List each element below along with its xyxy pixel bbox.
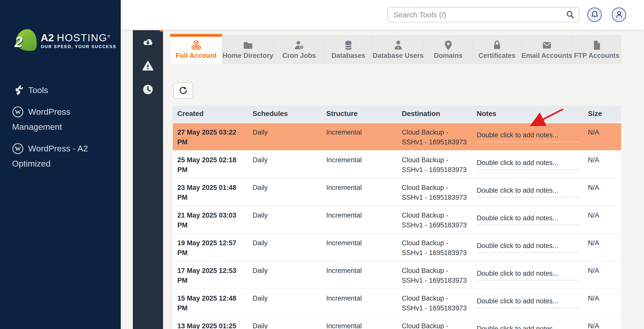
notes-placeholder[interactable]: Double click to add notes... (477, 186, 580, 197)
tab-label: Full Account (176, 52, 217, 60)
cell-destination: Cloud Backup - SSHv1 - 1695183973 (402, 179, 477, 205)
tab-label: Database Users (373, 52, 424, 60)
cell-structure: Incremental (326, 179, 402, 205)
notes-placeholder[interactable]: Double click to add notes... (477, 296, 580, 308)
tab-label: Databases (331, 52, 365, 60)
warning-icon[interactable] (142, 60, 154, 72)
notes-placeholder[interactable]: Double click to add notes... (477, 213, 580, 225)
icon-rail (133, 30, 163, 329)
column-header-size: Size (588, 110, 621, 118)
sidebar-item-wordpress-management[interactable]: W WordPress Management (12, 104, 114, 134)
backups-table: Created Schedules Structure Destination … (173, 106, 621, 329)
cell-destination: Cloud Backup - SSHv1 - 1695183973 (402, 206, 477, 233)
tab-certificates[interactable]: Certificates (473, 35, 521, 64)
column-header-structure: Structure (326, 110, 402, 118)
wordpress-icon: W (12, 143, 24, 154)
lock-icon (492, 40, 503, 51)
cell-notes: Double click to add notes... (477, 262, 588, 289)
tab-cron-jobs[interactable]: Cron Jobs (274, 35, 325, 64)
tab-databases[interactable]: Databases (325, 35, 373, 64)
cell-notes: Double click to add notes... (477, 151, 588, 178)
notes-placeholder[interactable]: Double click to add notes... (477, 130, 580, 142)
brand-tagline: OUR SPEED, YOUR SUCCESS (41, 44, 116, 49)
table-row[interactable]: 23 May 2025 01:48 PMDailyIncrementalClou… (173, 179, 621, 205)
cell-created: 23 May 2025 01:48 PM (173, 179, 253, 205)
notes-placeholder[interactable]: Double click to add notes... (477, 324, 580, 329)
table-header-row: Created Schedules Structure Destination … (173, 106, 621, 121)
tab-domains[interactable]: Domains (424, 35, 473, 64)
database-icon (343, 40, 354, 51)
cloud-download-icon[interactable] (142, 36, 154, 48)
table-row[interactable]: 19 May 2025 12:57 PMDailyIncrementalClou… (173, 234, 621, 261)
envelope-icon (541, 40, 552, 51)
notifications-button[interactable] (587, 8, 602, 22)
cell-notes: Double click to add notes... (477, 289, 588, 316)
cell-notes: Double click to add notes... (477, 123, 588, 150)
rail-accent-notch (160, 30, 163, 32)
cell-notes: Double click to add notes... (477, 206, 588, 233)
table-row[interactable]: 25 May 2025 02:18 PMDailyIncrementalClou… (173, 151, 621, 178)
folder-icon (243, 40, 254, 51)
sidebar-item-wordpress-a2-optimized[interactable]: W WordPress - A2 Optimized (12, 141, 114, 171)
account-button[interactable] (612, 8, 626, 22)
registered-mark: ® (107, 34, 110, 38)
tab-full-account[interactable]: Full Account (170, 34, 222, 64)
sidebar-nav: Tools W WordPress Management W WordPress… (0, 83, 121, 178)
cell-size: N/A (588, 179, 621, 205)
tab-database-users[interactable]: Database Users (373, 35, 424, 64)
cell-schedules: Daily (253, 179, 326, 205)
cell-schedules: Daily (253, 151, 326, 178)
table-row[interactable]: 13 May 2025 01:25 PMDailyIncrementalClou… (173, 317, 621, 329)
a2-hosting-logo[interactable]: 2 A2 HOSTING® OUR SPEED, YOUR SUCCESS (16, 29, 116, 51)
sidebar-item-tools[interactable]: Tools (12, 83, 114, 98)
tab-label: FTP Accounts (574, 52, 619, 60)
svg-text:W: W (15, 145, 21, 152)
logo-text: A2 HOSTING® OUR SPEED, YOUR SUCCESS (41, 31, 116, 50)
cell-destination: Cloud Backup - SSHv1 - 1695183973 (402, 317, 477, 329)
top-header (121, 0, 644, 30)
a2-logo-mark-icon: 2 (16, 29, 37, 51)
brand-name-light: HOSTING (57, 32, 107, 43)
search-box (387, 7, 579, 22)
cell-created: 19 May 2025 12:57 PM (173, 234, 253, 261)
database-user-icon (393, 40, 404, 51)
tab-email-accounts[interactable]: Email Accounts (521, 35, 573, 64)
tab-label: Cron Jobs (282, 52, 316, 60)
wordpress-icon: W (12, 106, 24, 118)
tab-label: Domains (434, 52, 462, 60)
cell-schedules: Daily (253, 234, 326, 261)
cell-destination: Cloud Backup - SSHv1 - 1695183973 (402, 123, 477, 150)
table-row[interactable]: 27 May 2025 03:22 PMDailyIncrementalClou… (173, 123, 621, 150)
cell-created: 27 May 2025 03:22 PM (173, 123, 253, 150)
cell-notes: Double click to add notes... (477, 234, 588, 261)
history-clock-icon[interactable] (142, 84, 154, 96)
cell-schedules: Daily (253, 262, 326, 289)
column-header-destination: Destination (402, 110, 477, 118)
cell-notes: Double click to add notes... (477, 317, 588, 329)
notes-placeholder[interactable]: Double click to add notes... (477, 158, 580, 170)
column-header-created: Created (173, 110, 253, 118)
cell-schedules: Daily (253, 289, 326, 316)
notes-placeholder[interactable]: Double click to add notes... (477, 269, 580, 280)
brand-name-bold: A2 (41, 32, 54, 43)
cell-size: N/A (588, 289, 621, 316)
tab-home-directory[interactable]: Home Directory (222, 35, 274, 64)
notes-placeholder[interactable]: Double click to add notes... (477, 241, 580, 253)
refresh-button[interactable] (173, 83, 193, 99)
tab-label: Certificates (478, 52, 515, 60)
cell-size: N/A (588, 206, 621, 233)
tab-bar: Full AccountHome DirectoryCron JobsDatab… (170, 34, 621, 64)
table-row[interactable]: 15 May 2025 12:48 PMDailyIncrementalClou… (173, 289, 621, 316)
table-row[interactable]: 21 May 2025 03:03 PMDailyIncrementalClou… (173, 206, 621, 233)
sidebar: 2 A2 HOSTING® OUR SPEED, YOUR SUCCESS (0, 0, 121, 329)
column-header-schedules: Schedules (253, 110, 326, 118)
cell-size: N/A (588, 262, 621, 289)
table-row[interactable]: 17 May 2025 12:53 PMDailyIncrementalClou… (173, 262, 621, 289)
cell-notes: Double click to add notes... (477, 179, 588, 205)
map-pin-icon (443, 40, 454, 51)
tools-icon (12, 85, 24, 96)
search-input[interactable] (387, 7, 579, 22)
tab-label: Home Directory (223, 52, 273, 60)
search-icon[interactable] (566, 10, 575, 19)
tab-ftp-accounts[interactable]: FTP Accounts (573, 35, 621, 64)
